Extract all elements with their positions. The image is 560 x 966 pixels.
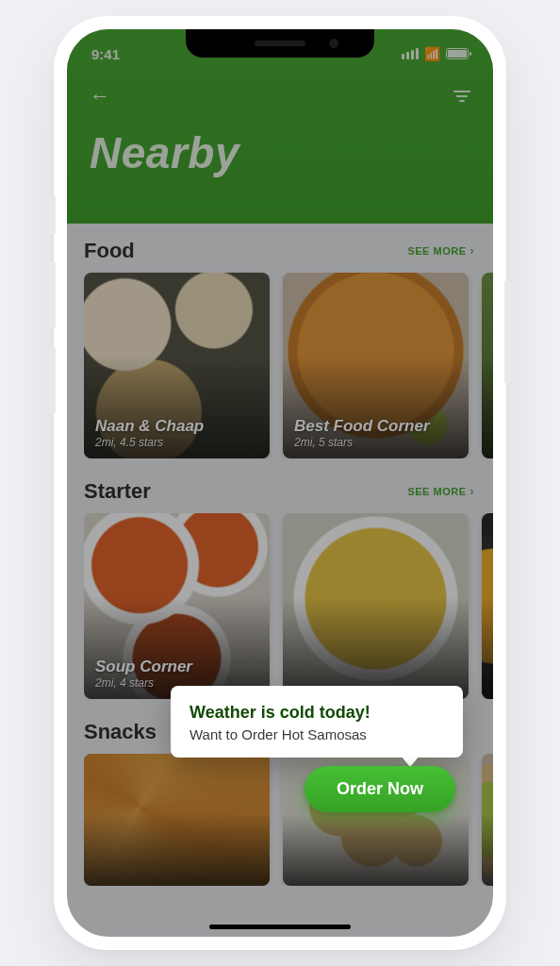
food-card[interactable] (283, 513, 469, 699)
section-starter: Starter SEE MORE › Soup Corner 2mi, 4 st… (84, 479, 493, 699)
food-card-peek[interactable] (482, 513, 493, 699)
screen: 9:41 📶 ← Nearby Food SEE MORE (67, 29, 493, 937)
card-name: Soup Corner (95, 658, 258, 676)
popover-body: Want to Order Hot Samosas (189, 726, 444, 742)
food-card[interactable]: Best Food Corner 2mi, 5 stars (283, 273, 469, 458)
signal-icon (402, 48, 419, 59)
filter-icon[interactable] (453, 91, 470, 102)
card-meta: 2mi, 5 stars (294, 436, 457, 449)
order-now-button[interactable]: Order Now (305, 766, 455, 812)
see-more-link[interactable]: SEE MORE › (407, 244, 474, 258)
page-title: Nearby (67, 108, 493, 178)
food-card[interactable]: Soup Corner 2mi, 4 stars (84, 513, 270, 699)
card-name: Naan & Chaap (95, 417, 258, 436)
side-button (50, 195, 56, 235)
food-card[interactable] (84, 754, 270, 886)
see-more-link[interactable]: SEE MORE › (407, 485, 474, 498)
popover-title: Weather is cold today! (189, 703, 444, 723)
chevron-right-icon: › (470, 485, 475, 498)
see-more-label: SEE MORE (407, 486, 466, 497)
card-name: Best Food Corner (294, 417, 457, 436)
notch (186, 29, 374, 58)
section-title: Snacks (84, 720, 156, 744)
card-meta: 2mi, 4.5 stars (95, 436, 258, 449)
status-icons: 📶 (402, 46, 469, 61)
side-button (50, 346, 56, 414)
side-button (504, 280, 510, 384)
food-card-peek[interactable] (482, 273, 493, 458)
battery-icon (446, 48, 469, 59)
phone-frame: 9:41 📶 ← Nearby Food SEE MORE (54, 16, 506, 950)
chevron-right-icon: › (470, 244, 475, 258)
section-title: Food (84, 239, 135, 263)
suggestion-popover: Weather is cold today! Want to Order Hot… (171, 686, 463, 758)
see-more-label: SEE MORE (407, 245, 466, 257)
back-arrow-icon[interactable]: ← (90, 84, 110, 108)
food-card-peek[interactable] (482, 754, 493, 886)
wifi-icon: 📶 (424, 46, 440, 61)
status-time: 9:41 (91, 46, 120, 62)
food-card[interactable]: Naan & Chaap 2mi, 4.5 stars (84, 273, 270, 458)
content-area[interactable]: Food SEE MORE › Naan & Chaap 2mi, 4.5 st… (67, 224, 493, 937)
side-button (50, 261, 56, 329)
section-title: Starter (84, 479, 151, 504)
home-indicator (209, 924, 351, 929)
app-header: 9:41 📶 ← Nearby (67, 29, 493, 224)
section-food: Food SEE MORE › Naan & Chaap 2mi, 4.5 st… (84, 239, 493, 458)
